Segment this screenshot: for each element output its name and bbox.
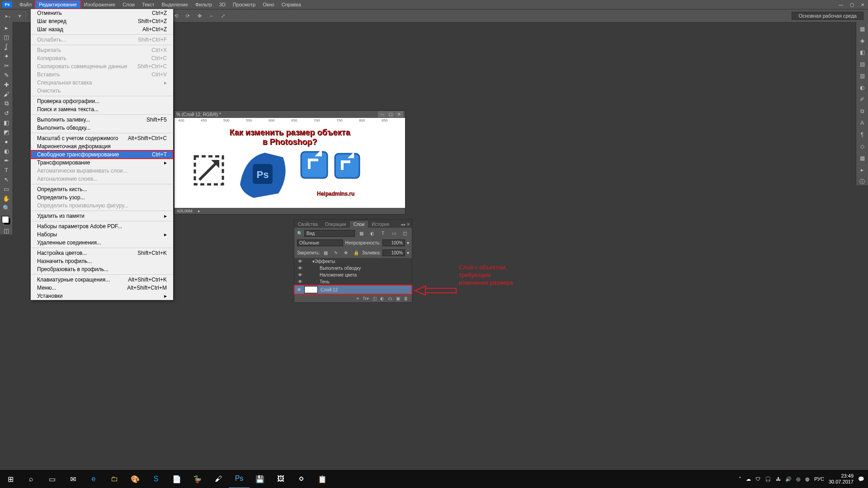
mail-app-icon[interactable]: ✉ xyxy=(62,470,83,488)
lock-transparency-icon[interactable]: ▦ xyxy=(322,248,330,257)
paint-app-icon[interactable]: 🎨 xyxy=(125,470,146,488)
hand-tool-icon[interactable]: ✋ xyxy=(1,194,11,202)
canvas[interactable]: Как изменить размер объекта в Photoshop?… xyxy=(175,124,405,208)
menuitem[interactable]: Масштаб с учетом содержимогоAlt+Shift+Ct… xyxy=(31,134,173,142)
images-app-icon[interactable]: 🖼 xyxy=(270,470,291,488)
color-panel-icon[interactable]: ◧ xyxy=(858,49,866,56)
zoom-tool-icon[interactable]: 🔍 xyxy=(1,204,11,212)
menuitem[interactable]: Определить узор... xyxy=(31,193,173,202)
menuitem[interactable]: Трансформирование▸ xyxy=(31,159,173,167)
color-swatch[interactable] xyxy=(2,216,11,225)
styles-panel-icon[interactable]: ▥ xyxy=(858,72,866,80)
crop-tool-icon[interactable]: ✂ xyxy=(1,61,11,70)
move-tool-icon[interactable]: ▸₊ xyxy=(4,11,13,20)
slide-icon[interactable]: ↔ xyxy=(207,11,216,20)
delete-layer-icon[interactable]: 🗑 xyxy=(404,296,408,301)
healing-tool-icon[interactable]: ✚ xyxy=(1,80,11,89)
link-layers-icon[interactable]: ⚭ xyxy=(356,296,359,301)
quickmask-icon[interactable]: ◫ xyxy=(1,226,11,235)
menu-файл[interactable]: Файл xyxy=(16,0,35,9)
filter-pixel-icon[interactable]: ▦ xyxy=(357,229,366,238)
lock-pixels-icon[interactable]: ✎ xyxy=(332,248,340,257)
menuitem[interactable]: Определить кисть... xyxy=(31,185,173,193)
menu-окно[interactable]: Окно xyxy=(259,0,278,9)
opacity-stepper-icon[interactable]: ▾ xyxy=(407,240,409,245)
roll-icon[interactable]: ⟳ xyxy=(184,11,193,20)
blur-tool-icon[interactable]: ● xyxy=(1,137,11,145)
menuitem[interactable]: Клавиатурные сокращения...Alt+Shift+Ctrl… xyxy=(31,276,173,284)
palette-app-icon[interactable]: 🖌 xyxy=(208,470,229,488)
histogram-panel-icon[interactable]: ▦ xyxy=(858,25,866,33)
lock-position-icon[interactable]: ✥ xyxy=(342,248,350,257)
tray-chevron-icon[interactable]: ˄ xyxy=(739,476,741,482)
fx-icon[interactable]: fx▾ xyxy=(363,296,369,301)
panel-close-icon[interactable]: ✕ xyxy=(406,222,410,227)
navigator-panel-icon[interactable]: ◈ xyxy=(858,37,866,44)
doc-close-button[interactable]: ✕ xyxy=(395,111,403,117)
menuitem[interactable]: Выполнить обводку... xyxy=(31,124,173,132)
menuitem[interactable]: Проверка орфографии... xyxy=(31,97,173,105)
menu-3d[interactable]: 3D xyxy=(216,0,229,9)
filter-adjust-icon[interactable]: ◐ xyxy=(368,229,377,238)
lock-all-icon[interactable]: 🔒 xyxy=(352,248,360,257)
paths-panel-icon[interactable]: ◇ xyxy=(858,143,866,150)
menuitem[interactable]: Наборы параметров Adobe PDF... xyxy=(31,222,173,230)
menuitem[interactable]: Шаг впередShift+Ctrl+Z xyxy=(31,17,173,25)
stamp-tool-icon[interactable]: ⧉ xyxy=(1,99,11,108)
scale-icon[interactable]: ⤢ xyxy=(219,11,228,20)
maximize-button[interactable]: ▢ xyxy=(846,0,857,9)
menuitem[interactable]: Меню...Alt+Shift+Ctrl+M xyxy=(31,284,173,292)
tray-clock[interactable]: 23:4930.07.2017 xyxy=(829,473,854,485)
marquee-tool-icon[interactable]: ◫ xyxy=(1,33,11,41)
menuitem[interactable]: Назначить профиль... xyxy=(31,257,173,265)
panel-collapse-icon[interactable]: ◂◂ xyxy=(401,222,405,227)
yandex-app-icon[interactable]: ⭘ xyxy=(291,470,312,488)
effect-item[interactable]: 👁Тень xyxy=(294,278,412,285)
close-button[interactable]: ✕ xyxy=(857,0,868,9)
menuitem[interactable]: Свободное трансформированиеCtrl+T xyxy=(31,150,173,159)
type-tool-icon[interactable]: T xyxy=(1,166,11,174)
menuitem[interactable]: Удалить из памяти▸ xyxy=(31,212,173,220)
explorer-app-icon[interactable]: 🗀 xyxy=(104,470,125,488)
menuitem[interactable]: ОтменитьCtrl+Z xyxy=(31,9,173,17)
adjustments-panel-icon[interactable]: ◐ xyxy=(858,84,866,91)
panel-tab[interactable]: История xyxy=(368,221,393,228)
panel-tab[interactable]: Свойства xyxy=(294,221,321,228)
gradient-tool-icon[interactable]: ◩ xyxy=(1,128,11,136)
tray-network-icon[interactable]: 🖧 xyxy=(776,476,781,482)
eyedropper-tool-icon[interactable]: ✎ xyxy=(1,71,11,79)
menuitem[interactable]: Наборы▸ xyxy=(31,230,173,239)
pen-tool-icon[interactable]: ✒ xyxy=(1,156,11,164)
menu-изображение[interactable]: Изображение xyxy=(80,0,119,9)
path-tool-icon[interactable]: ↖ xyxy=(1,175,11,183)
tray-lang[interactable]: РУС xyxy=(814,476,824,482)
doc-app-icon[interactable]: 📋 xyxy=(312,470,333,488)
panel-tab[interactable]: Слои xyxy=(350,221,368,228)
menuitem[interactable]: Установки▸ xyxy=(31,292,173,300)
layer-filter-dropdown[interactable]: Вид xyxy=(304,230,355,237)
menu-выделение[interactable]: Выделение xyxy=(158,0,192,9)
menuitem[interactable]: Удаленные соединения... xyxy=(31,239,173,247)
menuitem[interactable]: Выполнить заливку...Shift+F5 xyxy=(31,116,173,124)
menu-слои[interactable]: Слои xyxy=(119,0,138,9)
menuitem[interactable]: Марионеточная деформация xyxy=(31,142,173,150)
effect-item[interactable]: 👁Наложение цвета xyxy=(294,272,412,278)
menu-текст[interactable]: Текст xyxy=(138,0,158,9)
filter-type-icon[interactable]: T xyxy=(378,229,387,238)
effects-group[interactable]: 👁▾ Эффекты xyxy=(294,258,412,265)
history-brush-tool-icon[interactable]: ↺ xyxy=(1,109,11,117)
info-panel-icon[interactable]: ⓘ xyxy=(858,178,866,185)
menu-фильтр[interactable]: Фильтр xyxy=(192,0,216,9)
opacity-field[interactable]: 100% xyxy=(382,239,405,246)
notepadpp-app-icon[interactable]: 📄 xyxy=(166,470,187,488)
move-tool-icon[interactable]: ▸ xyxy=(1,23,11,32)
lasso-tool-icon[interactable]: ʆ xyxy=(1,42,11,51)
search-button[interactable]: ⌕ xyxy=(21,470,42,488)
paragraph-panel-icon[interactable]: ¶ xyxy=(858,131,866,138)
fill-field[interactable]: 100% xyxy=(382,249,405,256)
brush-tool-icon[interactable]: 🖌 xyxy=(1,90,11,98)
new-layer-icon[interactable]: ▣ xyxy=(396,296,400,301)
adjustment-icon[interactable]: ◐ xyxy=(380,296,384,301)
visibility-icon[interactable]: 👁 xyxy=(297,287,302,292)
menu-справка[interactable]: Справка xyxy=(278,0,305,9)
